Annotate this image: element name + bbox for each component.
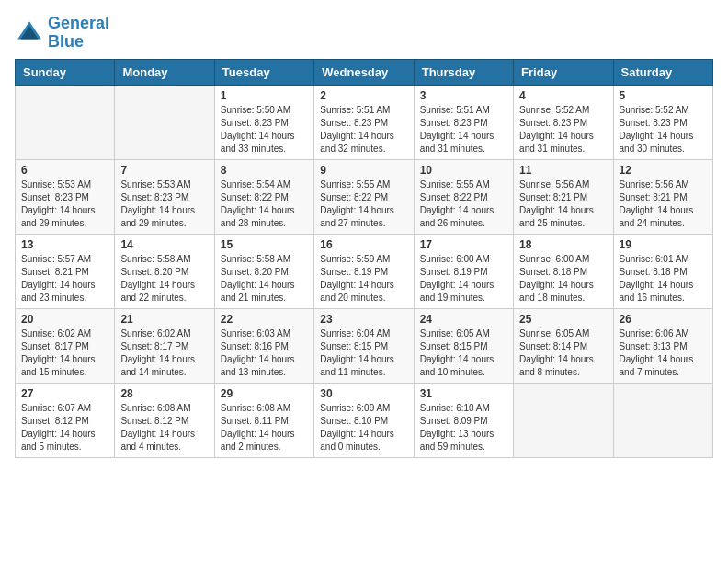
- calendar-cell: [514, 383, 613, 457]
- day-number: 18: [519, 238, 607, 251]
- calendar-table: SundayMondayTuesdayWednesdayThursdayFrid…: [15, 59, 713, 458]
- calendar-cell: 16Sunrise: 5:59 AMSunset: 8:19 PMDayligh…: [314, 234, 414, 308]
- logo: General Blue: [15, 15, 109, 52]
- day-info: Sunrise: 5:54 AMSunset: 8:22 PMDaylight:…: [221, 178, 308, 230]
- day-info: Sunrise: 6:05 AMSunset: 8:14 PMDaylight:…: [519, 327, 607, 379]
- day-info: Sunrise: 6:08 AMSunset: 8:12 PMDaylight:…: [120, 402, 208, 454]
- day-info: Sunrise: 5:58 AMSunset: 8:20 PMDaylight:…: [221, 253, 308, 304]
- day-number: 14: [120, 238, 208, 251]
- calendar-cell: 30Sunrise: 6:09 AMSunset: 8:10 PMDayligh…: [314, 383, 414, 457]
- day-info: Sunrise: 5:55 AMSunset: 8:22 PMDaylight:…: [420, 178, 507, 230]
- day-header-monday: Monday: [115, 59, 214, 85]
- day-info: Sunrise: 5:59 AMSunset: 8:19 PMDaylight:…: [320, 253, 407, 304]
- calendar-cell: 17Sunrise: 6:00 AMSunset: 8:19 PMDayligh…: [414, 234, 513, 308]
- day-number: 12: [620, 164, 707, 177]
- day-number: 13: [21, 238, 108, 251]
- day-info: Sunrise: 6:04 AMSunset: 8:15 PMDaylight:…: [320, 327, 407, 379]
- calendar-cell: 14Sunrise: 5:58 AMSunset: 8:20 PMDayligh…: [115, 234, 214, 308]
- day-number: 2: [320, 89, 407, 102]
- day-number: 4: [519, 89, 607, 102]
- day-number: 15: [221, 238, 308, 251]
- day-info: Sunrise: 5:55 AMSunset: 8:22 PMDaylight:…: [320, 178, 407, 230]
- day-info: Sunrise: 5:53 AMSunset: 8:23 PMDaylight:…: [21, 178, 108, 230]
- calendar-cell: 10Sunrise: 5:55 AMSunset: 8:22 PMDayligh…: [414, 159, 513, 234]
- day-number: 8: [221, 164, 308, 177]
- day-number: 3: [420, 89, 507, 102]
- day-number: 26: [620, 313, 707, 326]
- day-number: 17: [420, 238, 507, 251]
- day-header-wednesday: Wednesday: [314, 59, 414, 85]
- day-number: 11: [519, 164, 607, 177]
- calendar-cell: 2Sunrise: 5:51 AMSunset: 8:23 PMDaylight…: [314, 85, 414, 159]
- day-number: 7: [120, 164, 208, 177]
- calendar-cell: 4Sunrise: 5:52 AMSunset: 8:23 PMDaylight…: [514, 85, 613, 159]
- calendar-cell: 15Sunrise: 5:58 AMSunset: 8:20 PMDayligh…: [214, 234, 313, 308]
- calendar-cell: 8Sunrise: 5:54 AMSunset: 8:22 PMDaylight…: [214, 159, 313, 234]
- day-header-thursday: Thursday: [414, 59, 513, 85]
- day-number: 1: [221, 89, 308, 102]
- calendar-cell: 29Sunrise: 6:08 AMSunset: 8:11 PMDayligh…: [214, 383, 313, 457]
- day-number: 30: [320, 387, 407, 400]
- calendar-cell: 6Sunrise: 5:53 AMSunset: 8:23 PMDaylight…: [16, 159, 115, 234]
- day-info: Sunrise: 6:01 AMSunset: 8:18 PMDaylight:…: [620, 253, 707, 304]
- day-info: Sunrise: 5:56 AMSunset: 8:21 PMDaylight:…: [620, 178, 707, 230]
- calendar-cell: 9Sunrise: 5:55 AMSunset: 8:22 PMDaylight…: [314, 159, 414, 234]
- day-number: 24: [420, 313, 507, 326]
- calendar-cell: 21Sunrise: 6:02 AMSunset: 8:17 PMDayligh…: [115, 308, 214, 383]
- calendar-cell: 20Sunrise: 6:02 AMSunset: 8:17 PMDayligh…: [16, 308, 115, 383]
- day-header-tuesday: Tuesday: [214, 59, 313, 85]
- day-info: Sunrise: 6:03 AMSunset: 8:16 PMDaylight:…: [221, 327, 308, 379]
- day-info: Sunrise: 5:51 AMSunset: 8:23 PMDaylight:…: [320, 104, 407, 155]
- day-number: 20: [21, 313, 108, 326]
- logo-icon: [15, 18, 44, 48]
- calendar-cell: 23Sunrise: 6:04 AMSunset: 8:15 PMDayligh…: [314, 308, 414, 383]
- day-info: Sunrise: 6:05 AMSunset: 8:15 PMDaylight:…: [420, 327, 507, 379]
- calendar-cell: 22Sunrise: 6:03 AMSunset: 8:16 PMDayligh…: [214, 308, 313, 383]
- calendar-cell: [16, 85, 115, 159]
- day-header-saturday: Saturday: [613, 59, 712, 85]
- day-number: 31: [420, 387, 507, 400]
- day-number: 25: [519, 313, 607, 326]
- day-info: Sunrise: 6:00 AMSunset: 8:18 PMDaylight:…: [519, 253, 607, 304]
- day-header-friday: Friday: [514, 59, 613, 85]
- calendar-cell: 13Sunrise: 5:57 AMSunset: 8:21 PMDayligh…: [16, 234, 115, 308]
- calendar-cell: 24Sunrise: 6:05 AMSunset: 8:15 PMDayligh…: [414, 308, 513, 383]
- day-number: 5: [620, 89, 707, 102]
- day-number: 28: [120, 387, 208, 400]
- day-info: Sunrise: 5:56 AMSunset: 8:21 PMDaylight:…: [519, 178, 607, 230]
- day-info: Sunrise: 6:06 AMSunset: 8:13 PMDaylight:…: [620, 327, 707, 379]
- day-number: 16: [320, 238, 407, 251]
- calendar-cell: 27Sunrise: 6:07 AMSunset: 8:12 PMDayligh…: [16, 383, 115, 457]
- calendar-cell: 5Sunrise: 5:52 AMSunset: 8:23 PMDaylight…: [613, 85, 712, 159]
- logo-text: General Blue: [48, 15, 109, 52]
- calendar-cell: 19Sunrise: 6:01 AMSunset: 8:18 PMDayligh…: [613, 234, 712, 308]
- calendar-cell: 1Sunrise: 5:50 AMSunset: 8:23 PMDaylight…: [214, 85, 313, 159]
- day-info: Sunrise: 6:02 AMSunset: 8:17 PMDaylight:…: [120, 327, 208, 379]
- day-number: 10: [420, 164, 507, 177]
- day-number: 29: [221, 387, 308, 400]
- page-header: General Blue: [15, 15, 713, 52]
- day-info: Sunrise: 5:52 AMSunset: 8:23 PMDaylight:…: [519, 104, 607, 155]
- day-number: 22: [221, 313, 308, 326]
- day-info: Sunrise: 6:02 AMSunset: 8:17 PMDaylight:…: [21, 327, 108, 379]
- day-number: 21: [120, 313, 208, 326]
- day-info: Sunrise: 6:09 AMSunset: 8:10 PMDaylight:…: [320, 402, 407, 454]
- day-header-sunday: Sunday: [16, 59, 115, 85]
- calendar-cell: 28Sunrise: 6:08 AMSunset: 8:12 PMDayligh…: [115, 383, 214, 457]
- day-info: Sunrise: 6:08 AMSunset: 8:11 PMDaylight:…: [221, 402, 308, 454]
- day-info: Sunrise: 5:50 AMSunset: 8:23 PMDaylight:…: [221, 104, 308, 155]
- calendar-cell: 26Sunrise: 6:06 AMSunset: 8:13 PMDayligh…: [613, 308, 712, 383]
- calendar-cell: 31Sunrise: 6:10 AMSunset: 8:09 PMDayligh…: [414, 383, 513, 457]
- day-info: Sunrise: 5:51 AMSunset: 8:23 PMDaylight:…: [420, 104, 507, 155]
- calendar-cell: 18Sunrise: 6:00 AMSunset: 8:18 PMDayligh…: [514, 234, 613, 308]
- calendar-cell: 11Sunrise: 5:56 AMSunset: 8:21 PMDayligh…: [514, 159, 613, 234]
- day-info: Sunrise: 5:52 AMSunset: 8:23 PMDaylight:…: [620, 104, 707, 155]
- day-number: 27: [21, 387, 108, 400]
- calendar-cell: 25Sunrise: 6:05 AMSunset: 8:14 PMDayligh…: [514, 308, 613, 383]
- day-info: Sunrise: 6:00 AMSunset: 8:19 PMDaylight:…: [420, 253, 507, 304]
- calendar-cell: [115, 85, 214, 159]
- day-info: Sunrise: 6:10 AMSunset: 8:09 PMDaylight:…: [420, 402, 507, 454]
- day-info: Sunrise: 5:58 AMSunset: 8:20 PMDaylight:…: [120, 253, 208, 304]
- calendar-cell: 3Sunrise: 5:51 AMSunset: 8:23 PMDaylight…: [414, 85, 513, 159]
- calendar-cell: 7Sunrise: 5:53 AMSunset: 8:23 PMDaylight…: [115, 159, 214, 234]
